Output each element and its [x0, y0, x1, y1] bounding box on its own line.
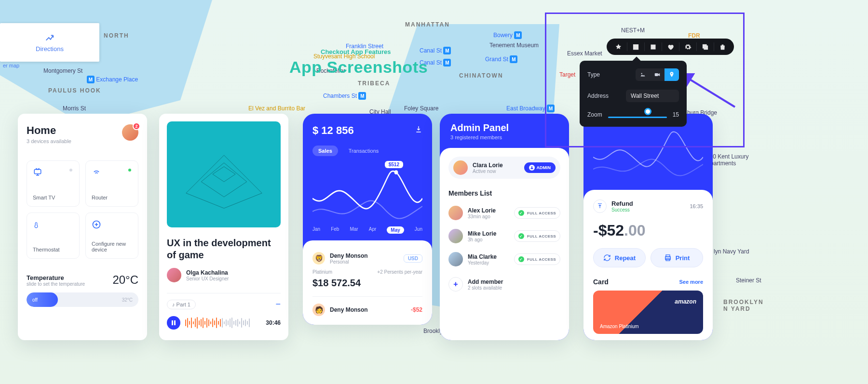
- member-name: Mia Clarke: [468, 253, 497, 260]
- directions-label: Directions: [36, 45, 64, 53]
- address-input[interactable]: Wall Street: [626, 90, 679, 102]
- card-admin: Admin Panel 3 registered members Clara L…: [440, 114, 569, 340]
- print-button[interactable]: Print: [651, 248, 703, 267]
- avatar: [453, 160, 468, 175]
- cover-art: [167, 121, 281, 227]
- current-user[interactable]: Clara Lorie Active now ADMIN: [448, 157, 560, 179]
- tile-router[interactable]: Router: [85, 160, 138, 207]
- background-icon[interactable]: [627, 39, 644, 55]
- payment-card[interactable]: amazon Amazon Platinium: [593, 291, 703, 334]
- plus-icon: +: [448, 277, 463, 291]
- month[interactable]: Feb: [331, 226, 339, 234]
- svg-point-11: [641, 73, 642, 74]
- download-icon[interactable]: [415, 125, 422, 135]
- status-dot: [128, 169, 131, 172]
- tile-thermostat[interactable]: Thermostat: [27, 212, 80, 259]
- peak-label: $512: [385, 161, 403, 168]
- tile-label: Smart TV: [33, 195, 55, 200]
- heart-icon[interactable]: [662, 39, 679, 55]
- tile-smart-tv[interactable]: Smart TV: [27, 160, 80, 207]
- type-map[interactable]: [665, 68, 679, 81]
- add-label: Add member: [468, 278, 503, 285]
- line-chart: $512: [312, 162, 422, 225]
- plan-label: Platinium: [312, 269, 332, 275]
- see-more-link[interactable]: See more: [679, 279, 703, 285]
- person-name: Deny Monson: [330, 306, 368, 313]
- person-role: Personal: [330, 259, 368, 265]
- balance: $ 12 856: [312, 124, 422, 137]
- month[interactable]: May: [387, 226, 404, 234]
- tile-add-device[interactable]: Configure new device: [85, 212, 138, 259]
- member-row[interactable]: Mia ClarkeYesterday✓FULL ACCESS: [448, 252, 560, 266]
- zoom-slider[interactable]: [608, 111, 667, 118]
- refund-amount: -$52.00: [593, 222, 703, 239]
- pause-button[interactable]: [167, 316, 180, 330]
- tv-icon: [33, 169, 42, 178]
- collapse-icon[interactable]: −: [275, 299, 281, 309]
- directions-card[interactable]: Directions: [0, 23, 99, 62]
- svg-rect-3: [174, 320, 176, 325]
- trash-icon[interactable]: [714, 39, 731, 55]
- zoom-value: 15: [673, 111, 679, 118]
- admin-subtitle: 3 registered members: [440, 134, 569, 140]
- type-image[interactable]: [636, 68, 650, 81]
- slider-max: 32°C: [122, 292, 133, 307]
- refund-time: 16:35: [690, 203, 703, 209]
- type-video[interactable]: [650, 68, 665, 81]
- larger-map-link[interactable]: er map: [3, 63, 19, 68]
- temperature-slider[interactable]: off 32°C: [27, 292, 138, 307]
- members-title: Members List: [448, 189, 560, 197]
- home-title: Home: [27, 124, 138, 137]
- card-plan: Amazon Platinium: [600, 324, 639, 329]
- month[interactable]: Jan: [312, 226, 320, 234]
- status-dot: [69, 169, 72, 172]
- author-name: Olga Kachalina: [186, 269, 229, 276]
- card-refund: Refund Success 16:35 -$52.00 Repeat Prin…: [583, 114, 713, 340]
- plus-circle-icon: [92, 222, 101, 231]
- svg-rect-2: [172, 320, 173, 325]
- member-ts: 33min ago: [468, 214, 496, 219]
- tab-transactions[interactable]: Transactions: [343, 146, 385, 156]
- card-finance: $ 12 856 Sales Transactions $512 JanFebM…: [303, 114, 432, 325]
- directions-icon: [44, 33, 55, 43]
- refund-status: Success: [611, 207, 633, 212]
- svg-rect-12: [655, 73, 658, 76]
- person-name: Deny Monson: [330, 252, 368, 259]
- waveform[interactable]: [185, 317, 261, 329]
- avatar: [167, 268, 181, 282]
- copy-icon[interactable]: [696, 39, 714, 55]
- author-role: Senior UX Designer: [186, 276, 229, 281]
- gear-icon[interactable]: [679, 39, 696, 55]
- track-part[interactable]: ♪ Part 1: [167, 300, 196, 309]
- frame-icon[interactable]: [644, 39, 662, 55]
- avatar[interactable]: 2: [122, 124, 138, 141]
- add-member[interactable]: + Add member 2 slots available: [448, 277, 560, 291]
- admin-title: Admin Panel: [440, 122, 569, 133]
- refund-title: Refund: [611, 200, 633, 207]
- member-row[interactable]: Alex Lorie33min ago✓FULL ACCESS: [448, 206, 560, 220]
- avatar: [448, 229, 463, 243]
- access-badge: ✓FULL ACCESS: [514, 207, 560, 219]
- thermometer-icon: [33, 223, 40, 232]
- avatar: [448, 206, 463, 220]
- type-label: Type: [587, 71, 600, 78]
- currency-badge[interactable]: USD: [404, 254, 422, 263]
- member-row[interactable]: Mike Lorie3h ago✓FULL ACCESS: [448, 229, 560, 243]
- avatar: 🧑: [312, 304, 325, 316]
- style-icon[interactable]: [610, 39, 627, 55]
- month[interactable]: Mar: [350, 226, 358, 234]
- svg-point-5: [531, 166, 532, 168]
- month[interactable]: Jun: [415, 226, 422, 234]
- tile-label: Thermostat: [33, 247, 60, 252]
- avatar: 🦁: [312, 252, 325, 265]
- section-title: App Screenshots: [289, 58, 428, 77]
- tab-sales[interactable]: Sales: [312, 146, 338, 156]
- slider-min: off: [32, 297, 38, 303]
- member-ts: Yesterday: [468, 260, 497, 265]
- address-label: Address: [587, 93, 609, 99]
- plan-note: +2 Persents per-year: [377, 269, 422, 275]
- svg-rect-10: [703, 44, 706, 48]
- zoom-label: Zoom: [587, 111, 602, 118]
- repeat-button[interactable]: Repeat: [593, 248, 646, 267]
- month[interactable]: Apr: [369, 226, 377, 234]
